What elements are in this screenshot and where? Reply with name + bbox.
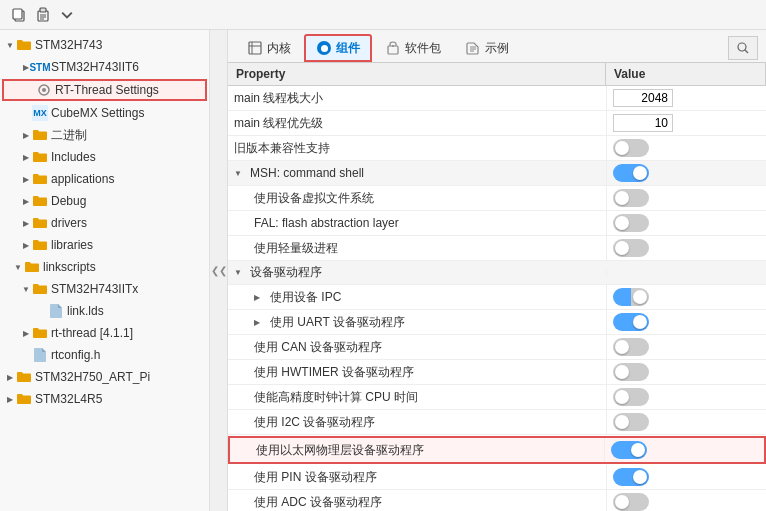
binary-folder-icon — [32, 127, 48, 143]
copy-icon[interactable] — [8, 4, 30, 26]
tab-neike[interactable]: 内核 — [236, 34, 302, 62]
expand-arrow-rt-thread-411[interactable] — [20, 327, 32, 339]
sidebar-item-binary[interactable]: 二进制 — [0, 124, 209, 146]
hwtimer-driver-toggle[interactable] — [613, 363, 649, 381]
pin-driver-toggle[interactable] — [613, 468, 649, 486]
sidebar-item-rt-thread-settings[interactable]: RT-Thread Settings — [2, 79, 207, 101]
prop-value-device-ipc — [606, 285, 766, 309]
link-lds-file-icon — [48, 303, 64, 319]
rtconfig-file-icon — [32, 347, 48, 363]
prop-name-pin-driver: 使用 PIN 设备驱动程序 — [228, 466, 606, 489]
stm32l4r5-label: STM32L4R5 — [35, 392, 102, 406]
svg-point-8 — [42, 88, 46, 92]
prop-value-can-driver — [606, 335, 766, 359]
expand-arrow-rt-thread[interactable] — [24, 84, 36, 96]
virtual-fs-toggle[interactable] — [613, 189, 649, 207]
sidebar-item-link-lds[interactable]: link.lds — [0, 300, 209, 322]
prop-value-adc-driver — [606, 490, 766, 511]
prop-header-value: Value — [606, 63, 766, 85]
app-container: STM32H743 STM STM32H743IIT6 RT-Thread Se… — [0, 0, 766, 511]
highres-timer-knob — [615, 390, 629, 404]
expand-arrow-cubemx[interactable] — [20, 107, 32, 119]
expand-arrow-stm32h743iitx[interactable] — [20, 283, 32, 295]
expand-arrow-stm32h743[interactable] — [4, 39, 16, 51]
prop-name-lightweight: 使用轻量级进程 — [228, 237, 606, 260]
prop-name-virtual-fs: 使用设备虚拟文件系统 — [228, 187, 606, 210]
tab-ruanjianba[interactable]: 软件包 — [374, 34, 452, 62]
libraries-folder-icon — [32, 237, 48, 253]
prop-value-highres-timer — [606, 385, 766, 409]
i2c-driver-toggle[interactable] — [613, 413, 649, 431]
expand-arrow-libraries[interactable] — [20, 239, 32, 251]
device-ipc-toggle[interactable] — [613, 288, 649, 306]
sidebar-item-rt-thread-411[interactable]: rt-thread [4.1.1] — [0, 322, 209, 344]
msh-section-arrow[interactable]: ▼ — [234, 169, 246, 178]
dropdown-icon[interactable] — [56, 4, 78, 26]
chip-icon: STM — [32, 59, 48, 75]
can-driver-toggle[interactable] — [613, 338, 649, 356]
toggle-knob — [615, 141, 629, 155]
tab-zujian[interactable]: 组件 — [304, 34, 372, 62]
sidebar-item-linkscripts[interactable]: linkscripts — [0, 256, 209, 278]
main-content: STM32H743 STM STM32H743IIT6 RT-Thread Se… — [0, 30, 766, 511]
binary-label: 二进制 — [51, 127, 87, 144]
prop-row-main-thread-size: main 线程栈大小 — [228, 86, 766, 111]
kernel-icon — [247, 40, 263, 56]
expand-arrow-binary[interactable] — [20, 129, 32, 141]
sidebar-item-libraries[interactable]: libraries — [0, 234, 209, 256]
prop-name-eth-phy-driver: 使用以太网物理层设备驱动程序 — [230, 439, 604, 462]
sidebar-item-includes[interactable]: Includes — [0, 146, 209, 168]
prop-row-virtual-fs: 使用设备虚拟文件系统 — [228, 186, 766, 211]
prop-row-highres-timer: 使能高精度时钟计算 CPU 时间 — [228, 385, 766, 410]
svg-point-13 — [392, 45, 394, 47]
prop-value-virtual-fs — [606, 186, 766, 210]
lightweight-knob — [615, 241, 629, 255]
main-thread-size-input[interactable] — [613, 89, 673, 107]
adc-driver-knob — [615, 495, 629, 509]
expand-arrow-stm32l4r5[interactable] — [4, 393, 16, 405]
expand-arrow-stm32h750[interactable] — [4, 371, 16, 383]
right-panel: 内核 组件 软件包 — [228, 30, 766, 511]
expand-arrow-includes[interactable] — [20, 151, 32, 163]
libraries-label: libraries — [51, 238, 93, 252]
prop-name-hwtimer-driver: 使用 HWTIMER 设备驱动程序 — [228, 361, 606, 384]
highres-timer-toggle[interactable] — [613, 388, 649, 406]
sidebar-item-rtconfig[interactable]: rtconfig.h — [0, 344, 209, 366]
msh-toggle[interactable] — [613, 164, 649, 182]
expand-arrow-debug[interactable] — [20, 195, 32, 207]
sidebar-item-debug[interactable]: Debug — [0, 190, 209, 212]
fal-toggle[interactable] — [613, 214, 649, 232]
uart-driver-arrow[interactable]: ▶ — [254, 318, 266, 327]
sidebar-item-cubemx[interactable]: MX CubeMX Settings — [0, 102, 209, 124]
sidebar-item-stm32h743iit6[interactable]: STM STM32H743IIT6 — [0, 56, 209, 78]
device-drivers-arrow[interactable]: ▼ — [234, 268, 246, 277]
expand-arrow-drivers[interactable] — [20, 217, 32, 229]
tab-zujian-label: 组件 — [336, 40, 360, 57]
eth-phy-driver-toggle[interactable] — [611, 441, 647, 459]
uart-driver-knob — [633, 315, 647, 329]
collapse-left-icon[interactable]: ❮❮ — [211, 265, 227, 276]
uart-driver-toggle[interactable] — [613, 313, 649, 331]
prop-name-i2c-driver: 使用 I2C 设备驱动程序 — [228, 411, 606, 434]
adc-driver-toggle[interactable] — [613, 493, 649, 511]
sidebar-item-drivers[interactable]: drivers — [0, 212, 209, 234]
device-ipc-arrow[interactable]: ▶ — [254, 293, 266, 302]
sidebar-item-stm32h743[interactable]: STM32H743 — [0, 34, 209, 56]
paste-icon[interactable] — [32, 4, 54, 26]
legacy-compat-toggle[interactable] — [613, 139, 649, 157]
svg-rect-3 — [40, 8, 46, 12]
prop-name-device-drivers: ▼ 设备驱动程序 — [228, 261, 606, 284]
sidebar-item-applications[interactable]: applications — [0, 168, 209, 190]
prop-value-legacy-compat — [606, 136, 766, 160]
main-thread-priority-input[interactable] — [613, 114, 673, 132]
search-button[interactable] — [728, 36, 758, 60]
cubemx-label: CubeMX Settings — [51, 106, 144, 120]
sidebar-item-stm32l4r5[interactable]: STM32L4R5 — [0, 388, 209, 410]
sidebar-item-stm32h750[interactable]: STM32H750_ART_Pi — [0, 366, 209, 388]
expand-arrow-applications[interactable] — [20, 173, 32, 185]
tab-shili[interactable]: 示例 — [454, 34, 520, 62]
prop-row-i2c-driver: 使用 I2C 设备驱动程序 — [228, 410, 766, 435]
expand-arrow-linkscripts[interactable] — [12, 261, 24, 273]
lightweight-toggle[interactable] — [613, 239, 649, 257]
sidebar-item-stm32h743iitx[interactable]: STM32H743IITx — [0, 278, 209, 300]
